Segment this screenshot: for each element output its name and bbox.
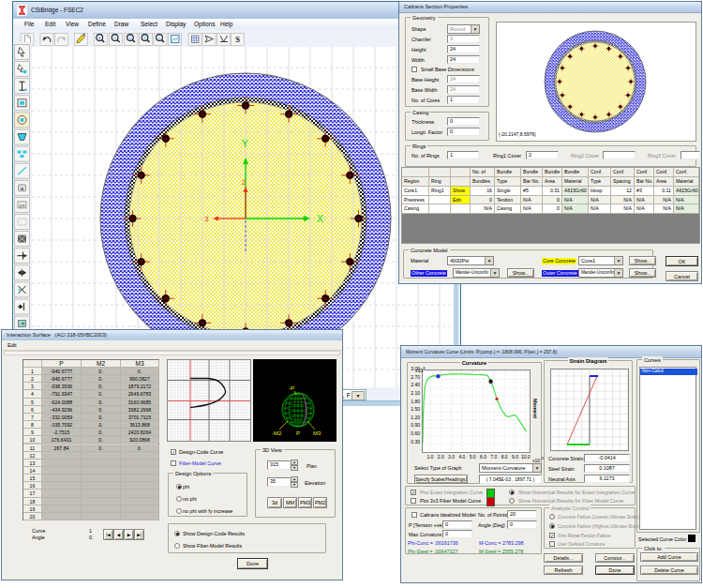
svg-text:3: 3: [204, 215, 209, 223]
svg-text:P: P: [296, 430, 300, 436]
svg-text:Y: Y: [242, 139, 248, 149]
svg-text:M3: M3: [313, 430, 322, 436]
svg-text:○: ○: [143, 35, 146, 40]
svg-text:X: X: [317, 214, 323, 224]
svg-text:+: +: [98, 35, 101, 40]
svg-text:S: S: [235, 35, 240, 44]
svg-text:2: 2: [242, 178, 247, 187]
svg-text:-M2: -M2: [272, 430, 282, 436]
svg-text:−: −: [113, 35, 116, 40]
svg-text:←: ←: [157, 35, 162, 40]
svg-text:-P: -P: [289, 385, 294, 391]
svg-text:ps: ps: [20, 203, 25, 208]
